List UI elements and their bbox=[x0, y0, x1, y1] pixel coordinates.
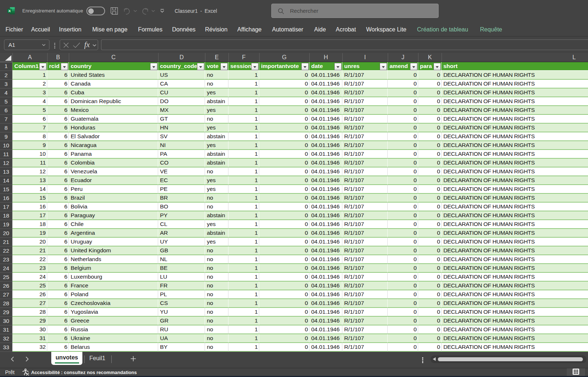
svg-text:X: X bbox=[8, 9, 11, 13]
